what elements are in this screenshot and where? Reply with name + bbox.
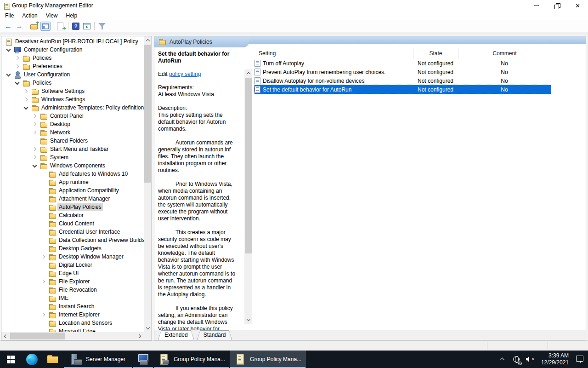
- tree-item[interactable]: Desktop Window Manager: [1, 253, 144, 261]
- tree-expander[interactable]: [40, 255, 49, 258]
- tree-item[interactable]: Computer Configuration: [1, 46, 144, 54]
- help-icon[interactable]: [71, 22, 81, 31]
- tree-item[interactable]: Policies: [1, 54, 144, 62]
- network-status-icon[interactable]: [511, 351, 522, 368]
- show-console-tree-icon[interactable]: [40, 22, 51, 31]
- tree-item-label[interactable]: Cloud Content: [57, 220, 96, 227]
- tree-item-label[interactable]: File Explorer: [57, 278, 91, 285]
- tree-item-label[interactable]: Application Compatibility: [57, 187, 120, 194]
- tree-item-label[interactable]: Windows Settings: [40, 96, 86, 103]
- tree-item[interactable]: Cloud Content: [1, 219, 144, 228]
- tree-expander[interactable]: [14, 57, 23, 59]
- tree-item-label[interactable]: Start Menu and Taskbar: [49, 145, 110, 153]
- setting-cell[interactable]: Prevent AutoPlay from remembering user c…: [254, 69, 413, 75]
- tree-item-label[interactable]: Calculator: [57, 212, 85, 219]
- tree-item-label[interactable]: Administrative Templates: Policy definit…: [40, 104, 144, 111]
- scroll-down-button[interactable]: [144, 324, 152, 332]
- tree-expander[interactable]: [14, 82, 23, 84]
- tree-item[interactable]: Control Panel: [1, 112, 144, 120]
- tree-item[interactable]: System: [1, 153, 144, 161]
- settings-row[interactable]: Disallow Autoplay for non-volume devices…: [254, 76, 551, 85]
- column-header-state[interactable]: State: [413, 48, 458, 59]
- tree-expander[interactable]: [5, 49, 14, 51]
- tree-item-label[interactable]: IME: [57, 294, 70, 302]
- tree-item[interactable]: Location and Sensors: [1, 319, 144, 327]
- taskbar-button-gpme[interactable]: Group Policy Mana...: [230, 351, 306, 368]
- tab-extended[interactable]: Extended: [158, 330, 194, 340]
- tree-item[interactable]: Desktop: [1, 120, 144, 128]
- tree-expander[interactable]: [31, 123, 40, 126]
- setting-name[interactable]: Disallow Autoplay for non-volume devices: [263, 78, 364, 84]
- tree-item-label[interactable]: Control Panel: [49, 112, 85, 120]
- menu-item[interactable]: File: [1, 12, 18, 20]
- tree-expander[interactable]: [40, 280, 49, 283]
- tree-item[interactable]: User Configuration: [1, 70, 144, 79]
- minimize-button[interactable]: [526, 0, 547, 11]
- tree-item-label[interactable]: Credential User Interface: [57, 228, 121, 236]
- setting-cell[interactable]: Set the default behavior for AutoRun: [254, 86, 413, 93]
- setting-name[interactable]: Prevent AutoPlay from remembering user c…: [263, 69, 385, 75]
- forward-icon[interactable]: →: [14, 22, 24, 31]
- menu-item[interactable]: Action: [18, 12, 41, 20]
- taskbar-button-file-explorer[interactable]: [42, 351, 63, 368]
- tree-item-label[interactable]: Internet Explorer: [57, 311, 101, 318]
- tree-vertical-scrollbar[interactable]: [144, 36, 152, 332]
- tree-item-label[interactable]: Policies: [31, 54, 53, 62]
- tree-item[interactable]: Attachment Manager: [1, 195, 144, 203]
- tree-item-label[interactable]: Desktop Window Manager: [57, 253, 125, 260]
- tree-item-label[interactable]: Add features to Windows 10: [57, 170, 129, 178]
- scroll-left-button[interactable]: [1, 332, 9, 340]
- scroll-right-button[interactable]: [136, 332, 144, 340]
- tree-expander[interactable]: [31, 148, 40, 150]
- tree-item-label[interactable]: Network: [49, 129, 72, 136]
- tree-expander[interactable]: [23, 90, 31, 92]
- tree-item[interactable]: App runtime: [1, 178, 144, 186]
- description-scrollbar[interactable]: [244, 69, 252, 324]
- show-action-pane-icon[interactable]: [82, 22, 92, 31]
- tree-item-label[interactable]: Data Collection and Preview Builds: [57, 236, 144, 244]
- tree-expander[interactable]: [31, 156, 40, 159]
- volume-muted-icon[interactable]: ×: [525, 351, 536, 368]
- tree-item-label[interactable]: Windows Components: [49, 162, 107, 169]
- restore-button[interactable]: [547, 0, 567, 11]
- tree-item-label[interactable]: App runtime: [57, 178, 90, 186]
- tree-item-label[interactable]: File Revocation: [57, 286, 98, 293]
- tree-item[interactable]: Windows Settings: [1, 95, 144, 104]
- setting-name[interactable]: Turn off Autoplay: [263, 60, 304, 67]
- scrollbar-thumb[interactable]: [245, 78, 252, 253]
- tree-item-label[interactable]: AutoPlay Policies: [57, 203, 103, 211]
- tab-standard[interactable]: Standard: [197, 330, 232, 340]
- tree-item[interactable]: Start Menu and Taskbar: [1, 145, 144, 153]
- tree-item[interactable]: File Revocation: [1, 286, 144, 294]
- menu-item[interactable]: View: [42, 12, 62, 20]
- tree-item-label[interactable]: Desktop Gadgets: [57, 245, 103, 252]
- export-list-icon[interactable]: [56, 22, 66, 31]
- settings-row[interactable]: Set the default behavior for AutoRun Not…: [254, 85, 551, 94]
- tree-item[interactable]: Network: [1, 128, 144, 137]
- scroll-up-button[interactable]: [244, 69, 252, 77]
- tree-item[interactable]: Microsoft Edge: [1, 327, 144, 332]
- tree-expander[interactable]: [31, 115, 40, 117]
- scroll-up-button[interactable]: [144, 36, 152, 44]
- tree-item[interactable]: Application Compatibility: [1, 186, 144, 195]
- tree-item-label[interactable]: Preferences: [31, 63, 64, 70]
- tab-label[interactable]: Extended: [160, 330, 192, 338]
- tree-item[interactable]: Preferences: [1, 62, 144, 70]
- tree-expander[interactable]: [23, 98, 31, 101]
- tree-item-label[interactable]: Attachment Manager: [57, 195, 111, 202]
- tree-item-label[interactable]: User Configuration: [23, 71, 71, 78]
- taskbar-button-start[interactable]: [0, 351, 21, 368]
- action-center-button[interactable]: [574, 351, 585, 368]
- filter-icon[interactable]: [97, 22, 107, 31]
- setting-name[interactable]: Set the default behavior for AutoRun: [263, 86, 351, 93]
- tree-expander[interactable]: [23, 107, 31, 109]
- tree-item[interactable]: Digital Locker: [1, 261, 144, 269]
- taskbar-button-admin-tools[interactable]: [132, 351, 153, 368]
- tree-item[interactable]: Edge UI: [1, 269, 144, 277]
- tree-item-label[interactable]: Software Settings: [40, 87, 86, 95]
- tree-item[interactable]: Administrative Templates: Policy definit…: [1, 104, 144, 112]
- tree-item[interactable]: IME: [1, 294, 144, 302]
- tree-item[interactable]: Policies: [1, 79, 144, 87]
- tree-item[interactable]: AutoPlay Policies: [1, 203, 144, 211]
- tree-item-label[interactable]: Microsoft Edge: [57, 328, 97, 332]
